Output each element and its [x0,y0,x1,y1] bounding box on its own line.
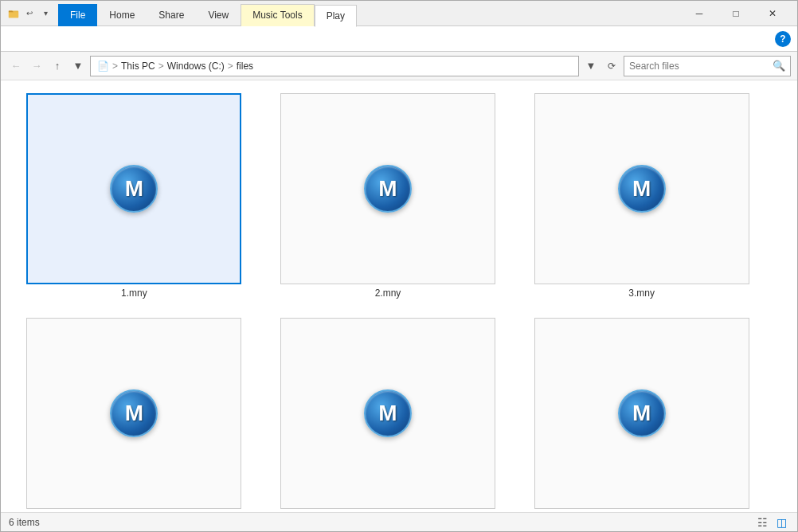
folder-icon [7,7,20,20]
large-icons-view-button[interactable]: ◫ [773,514,789,530]
file-name: 2.mny [375,288,401,299]
undo-icon[interactable]: ↩ [23,7,36,20]
file-item-5[interactable]: 5.mny [268,315,509,512]
address-path[interactable]: 📄 > This PC > Windows (C:) > files [90,56,579,76]
file-name: 3.mny [628,288,655,299]
mny-file-icon [364,389,412,437]
forward-button[interactable]: → [28,57,45,75]
file-item-3[interactable]: 3.mny [521,90,762,302]
file-item-4[interactable]: 4.mny [14,315,255,512]
ribbon-content: ? [1,26,797,52]
path-dropdown-button[interactable]: ▼ [582,57,600,75]
ribbon-tabs: File Home Share View Music Tools Play [58,1,357,26]
file-thumbnail [280,93,495,284]
file-thumbnail [26,93,241,284]
item-count: 6 items [9,517,40,528]
search-icon: 🔍 [773,60,785,72]
mny-file-icon [618,165,666,213]
search-input[interactable] [629,61,769,72]
status-bar: 6 items ☷ ◫ [1,512,797,531]
tab-share[interactable]: Share [147,4,196,26]
back-button[interactable]: ← [7,57,25,75]
title-bar: ↩ ▾ File Home Share View Music Tools Pla… [1,1,797,26]
path-folder[interactable]: files [237,61,253,72]
file-thumbnail [534,93,749,284]
tab-file[interactable]: File [58,4,97,26]
file-item-2[interactable]: 2.mny [268,90,509,302]
help-button[interactable]: ? [775,31,791,47]
close-button[interactable]: ✕ [754,1,791,26]
mny-file-icon [110,389,158,437]
file-name: 1.mny [121,288,147,299]
path-thispc[interactable]: This PC [121,61,155,72]
address-bar: ← → ↑ ▼ 📄 > This PC > Windows (C:) > fil… [1,52,797,80]
file-thumbnail [280,318,495,509]
path-home-icon: 📄 [97,61,109,72]
mny-file-icon [364,165,412,213]
view-controls: ☷ ◫ [754,514,789,530]
path-drive[interactable]: Windows (C:) [167,61,225,72]
main-content: 1.mny 2.mny 3.mny 4.mny 5.mny [1,80,797,512]
search-box[interactable]: 🔍 [624,56,791,76]
minimize-button[interactable]: ─ [681,1,718,26]
file-item-1[interactable]: 1.mny [14,90,255,302]
tab-home[interactable]: Home [97,4,147,26]
up-button[interactable]: ↑ [49,57,66,75]
tab-play[interactable]: Play [315,5,357,27]
file-thumbnail [26,318,241,509]
file-item-6[interactable]: 6.mny [521,315,762,512]
tab-view[interactable]: View [196,4,241,26]
mny-file-icon [110,165,158,213]
file-grid: 1.mny 2.mny 3.mny 4.mny 5.mny [14,90,762,512]
file-thumbnail [534,318,749,509]
refresh-button[interactable]: ⟳ [603,57,620,75]
dropdown-icon[interactable]: ▾ [39,7,52,20]
window-controls: ─ □ ✕ [681,1,791,26]
tab-music-tools[interactable]: Music Tools [241,4,314,26]
mny-file-icon [618,389,666,437]
maximize-button[interactable]: □ [718,1,754,26]
quick-access-toolbar: ↩ ▾ [7,7,52,20]
down-arrow-button[interactable]: ▼ [69,57,87,75]
details-view-button[interactable]: ☷ [754,514,770,530]
